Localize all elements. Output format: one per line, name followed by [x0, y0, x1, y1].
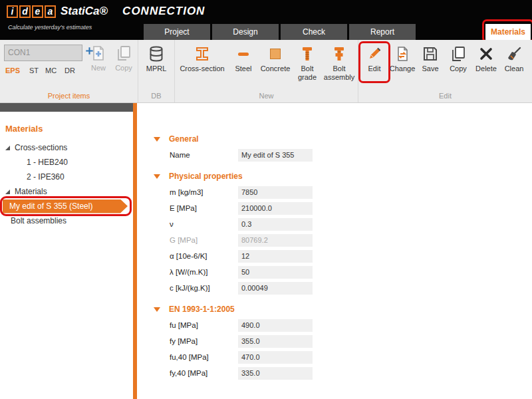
property-value[interactable]: 7850 — [238, 186, 313, 199]
app-window: idea StatiCa® CONNECTION Calculate yeste… — [0, 0, 532, 399]
property-group-header: Physical properties — [137, 168, 532, 184]
type-label-mc: MC — [45, 66, 57, 74]
expander-icon[interactable] — [5, 146, 10, 150]
property-row: E [MPa]210000.0 — [137, 200, 532, 216]
idea-statica-logo: idea StatiCa® CONNECTION — [7, 5, 205, 18]
ribbon-button-copy[interactable]: Copy — [445, 43, 471, 86]
property-row: α [10e-6/K]12 — [137, 248, 532, 264]
property-row: fu [MPa]490.0 — [137, 317, 532, 333]
ribbon-button-label: Clean — [505, 65, 524, 73]
property-label: m [kg/m3] — [170, 188, 238, 196]
property-label: λ [W/(m.K)] — [170, 268, 238, 276]
ribbon-group-new: Cross-sectionSteelConcreteBolt gradeBolt… — [175, 40, 358, 102]
ribbon-toolbar: CON1 EPS ST MC DR Project items NewCopy … — [0, 40, 532, 103]
group-collapse-icon[interactable] — [154, 174, 160, 179]
tab-project[interactable]: Project — [144, 24, 210, 40]
type-label-st: ST — [29, 66, 39, 74]
ribbon-button-label: Save — [422, 65, 438, 73]
tree-item-cross-sections[interactable]: Cross-sections — [0, 140, 133, 155]
group-collapse-icon[interactable] — [154, 137, 160, 142]
ribbon-button-edit[interactable]: Edit — [361, 43, 388, 86]
idea-logo-letters: idea — [7, 5, 57, 18]
property-label: ν — [170, 220, 238, 228]
ribbon-button-label: Concrete — [261, 65, 291, 73]
ribbon-button-bolt-assembly[interactable]: Bolt assembly — [324, 43, 354, 86]
ribbon-group-label: Project items — [0, 92, 138, 100]
tree-item-materials[interactable]: Materials — [0, 184, 133, 199]
property-value[interactable]: 210000.0 — [238, 202, 313, 215]
ribbon-button-label: Cross-section — [180, 65, 224, 73]
ribbon-button-label: Delete — [475, 65, 497, 73]
type-label-dr: DR — [65, 66, 75, 74]
property-row: fy,40 [MPa]335.0 — [137, 365, 532, 381]
ribbon-button-delete[interactable]: Delete — [473, 43, 499, 86]
ribbon-group-edit: EditChangeSaveCopyDeleteCleanEdit — [358, 40, 532, 102]
property-row: fy [MPa]355.0 — [137, 333, 532, 349]
tree-item-1-heb240[interactable]: 1 - HEB240 — [0, 155, 133, 170]
statica-logo-text: StatiCa® — [61, 5, 108, 18]
project-type-labels: EPS ST MC DR — [0, 66, 85, 77]
ribbon-group-project-items: CON1 EPS ST MC DR Project items NewCopy — [0, 40, 138, 102]
property-row: G [MPa]80769.2 — [137, 232, 532, 248]
ribbon-group-label: New — [175, 92, 358, 100]
title-bar: idea StatiCa® CONNECTION Calculate yeste… — [0, 0, 532, 40]
ribbon-button-label: Edit — [368, 65, 381, 73]
property-group-header: EN 1993-1-1:2005 — [137, 301, 532, 317]
property-group-title: General — [169, 134, 199, 144]
ribbon-button-copy: Copy — [112, 43, 136, 85]
ribbon-button-mprl[interactable]: MPRL — [141, 43, 172, 86]
tree-item-2-ipe360[interactable]: 2 - IPE360 — [0, 170, 133, 184]
tab-design[interactable]: Design — [212, 24, 279, 40]
property-value[interactable]: 490.0 — [238, 319, 313, 332]
tree-item-label: Bolt assemblies — [11, 216, 66, 225]
property-value[interactable]: 355.0 — [238, 335, 313, 348]
ribbon-group-db: MPRLDB — [138, 40, 175, 102]
ribbon-button-change[interactable]: Change — [389, 43, 416, 86]
tree-item-my-edit-of-s-355-steel[interactable]: My edit of S 355 (Steel) — [0, 199, 133, 213]
bolt-grade-icon — [299, 45, 316, 63]
pencil-icon — [366, 45, 383, 63]
tab-materials[interactable]: Materials — [485, 24, 531, 40]
tree-item-bolt-assemblies[interactable]: Bolt assemblies — [0, 213, 133, 228]
app-name: CONNECTION — [122, 5, 205, 18]
tagline: Calculate yesterday's estimates — [8, 24, 92, 31]
expander-icon[interactable] — [5, 190, 10, 194]
property-label: c [kJ/(kg.K)] — [170, 284, 238, 292]
copy-icon — [450, 45, 467, 63]
sidebar-header-strip — [0, 103, 133, 112]
property-label: fu,40 [MPa] — [170, 353, 238, 361]
sidebar-panel-title: Materials — [5, 124, 133, 134]
group-collapse-icon[interactable] — [154, 307, 160, 312]
ribbon-button-concrete[interactable]: Concrete — [260, 43, 291, 86]
steel-icon — [235, 45, 252, 63]
copy-gray-icon — [115, 45, 132, 62]
tab-report[interactable]: Report — [349, 24, 416, 40]
property-group-header: General — [137, 131, 532, 147]
ribbon-button-label: Copy — [450, 65, 467, 73]
property-group-title: Physical properties — [169, 172, 243, 181]
tree-item-label: 1 - HEB240 — [27, 158, 68, 167]
property-value[interactable]: My edit of S 355 — [238, 149, 313, 162]
property-value[interactable]: 50 — [238, 266, 313, 279]
ribbon-button-bolt-grade[interactable]: Bolt grade — [292, 43, 323, 86]
property-label: fy,40 [MPa] — [170, 369, 238, 377]
concrete-icon — [267, 45, 284, 63]
delete-icon — [477, 45, 495, 63]
material-properties-panel: GeneralNameMy edit of S 355Physical prop… — [137, 103, 532, 399]
ribbon-button-label: Copy — [115, 64, 132, 72]
property-value[interactable]: 12 — [238, 250, 313, 263]
tree-item-label: Cross-sections — [15, 143, 67, 152]
ribbon-button-label: MPRL — [146, 65, 167, 73]
ribbon-button-steel[interactable]: Steel — [228, 43, 259, 86]
property-value[interactable]: 335.0 — [238, 367, 313, 380]
navigation-tree: Cross-sections1 - HEB2402 - IPE360Materi… — [0, 140, 133, 228]
property-value[interactable]: 470.0 — [238, 351, 313, 364]
ribbon-button-new: New — [86, 43, 110, 85]
tab-check[interactable]: Check — [281, 24, 347, 40]
ribbon-button-cross-section[interactable]: Cross-section — [178, 43, 227, 86]
connection-name-field[interactable]: CON1 — [4, 45, 82, 61]
ribbon-button-clean[interactable]: Clean — [501, 43, 527, 86]
property-value[interactable]: 0.3 — [238, 218, 313, 231]
ribbon-button-save[interactable]: Save — [417, 43, 444, 86]
property-value[interactable]: 0.00049 — [238, 282, 313, 295]
